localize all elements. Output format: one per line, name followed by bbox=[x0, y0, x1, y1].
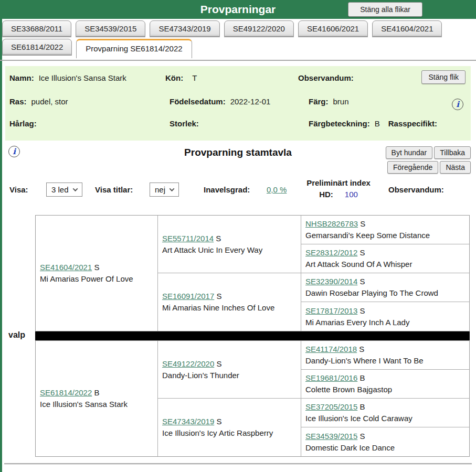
reg-link[interactable]: SE47343/2019 bbox=[162, 417, 214, 426]
reg-link[interactable]: SE17817/2013 bbox=[305, 306, 357, 315]
pedigree-cell: SE32390/2014 S Dawin Rosebar Playing To … bbox=[301, 273, 469, 302]
sex-code: B bbox=[359, 402, 365, 411]
foregaende-button[interactable]: Föregående bbox=[387, 161, 439, 174]
reg-link[interactable]: SE49122/2020 bbox=[162, 359, 214, 368]
kon-label: Kön: bbox=[165, 73, 183, 82]
sex-code: B bbox=[94, 388, 99, 397]
fodelsedatum-value: 2022-12-01 bbox=[230, 97, 271, 106]
tillbaka-button[interactable]: Tillbaka bbox=[434, 146, 471, 159]
storlek-label: Storlek: bbox=[170, 119, 199, 128]
pedigree-cell-sire: SE41604/2021 S Mi Amarias Power Of Love bbox=[36, 216, 157, 331]
observandum-label: Observandum: bbox=[298, 73, 354, 82]
visa-select[interactable]: 3 led bbox=[46, 183, 82, 197]
app-header: Provparningar Stäng alla flikar bbox=[0, 0, 476, 19]
field-ras: Ras: pudel, stor bbox=[9, 97, 68, 106]
sex-code: S bbox=[359, 248, 365, 257]
reg-link[interactable]: SE32390/2014 bbox=[305, 277, 357, 286]
reg-link[interactable]: SE16091/2017 bbox=[162, 292, 214, 301]
reg-link[interactable]: SE55711/2014 bbox=[162, 234, 214, 243]
visa-select-value: 3 led bbox=[51, 185, 69, 194]
sex-code: S bbox=[94, 263, 99, 272]
tab-se47343-2019[interactable]: SE47343/2019 bbox=[150, 20, 219, 37]
dog-name: Gemarsandi's Keep Some Distance bbox=[305, 230, 465, 241]
byt-hundar-button[interactable]: Byt hundar bbox=[386, 146, 433, 159]
valp-label: valp bbox=[8, 330, 25, 340]
field-fargbeteckning: Färgbeteckning: B Rasspecifikt: bbox=[309, 119, 437, 128]
dog-name: Domestic Dark Ice Dance bbox=[305, 442, 465, 454]
pedigree-cell: SE41174/2018 S Dandy-Lion's Where I Want… bbox=[301, 341, 469, 370]
kon-value: T bbox=[192, 73, 197, 82]
reg-link[interactable]: SE41604/2021 bbox=[40, 263, 92, 272]
field-namn: Namn: Ice Illusion's Sansa Stark bbox=[9, 73, 126, 82]
dog-name: Ice Illusion's Ice Cold Caraway bbox=[305, 413, 465, 424]
pedigree-cell: SE47343/2019 S Ice Illusion's Icy Artic … bbox=[157, 399, 301, 456]
visa-label: Visa: bbox=[9, 185, 28, 194]
stamtavla-buttons: Byt hundar Tillbaka Föregående Nästa bbox=[386, 146, 471, 174]
reg-link[interactable]: NHSB2826783 bbox=[305, 219, 358, 228]
close-all-tabs-button[interactable]: Stäng alla flikar bbox=[348, 2, 422, 17]
fodelsedatum-label: Födelsedatum: bbox=[170, 97, 226, 106]
sex-code: B bbox=[359, 373, 365, 382]
reg-link[interactable]: SE28312/2012 bbox=[305, 248, 357, 257]
pedigree-cell: SE34539/2015 S Domestic Dark Ice Dance bbox=[301, 427, 469, 456]
visa-titlar-select-value: nej bbox=[155, 185, 165, 194]
pedigree-cell: SE16091/2017 S Mi Amarias Nine Inches Of… bbox=[157, 273, 301, 331]
harlag-label: Hårlag: bbox=[9, 119, 37, 128]
preliminart-index-block: Preliminärt index HD: 100 bbox=[297, 177, 380, 200]
pedigree-table: SE41604/2021 S Mi Amarias Power Of Love … bbox=[35, 215, 470, 457]
sex-code: S bbox=[216, 234, 221, 243]
pedigree-cell: SE49122/2020 S Dandy-Lion's Thunder bbox=[157, 341, 301, 399]
tab-row-1: SE33688/2011 SE34539/2015 SE47343/2019 S… bbox=[2, 20, 442, 37]
nasta-button[interactable]: Nästa bbox=[440, 161, 471, 174]
tab-se41604-2021[interactable]: SE41604/2021 bbox=[372, 20, 442, 37]
info-icon[interactable]: i bbox=[452, 99, 463, 110]
dog-name: Dandy-Lion's Thunder bbox=[162, 370, 297, 381]
sex-code: S bbox=[216, 292, 221, 301]
reg-link[interactable]: SE41174/2018 bbox=[305, 345, 357, 353]
tab-se34539-2015[interactable]: SE34539/2015 bbox=[76, 20, 145, 37]
tab-provparning-active[interactable]: Provparning SE61814/2022 bbox=[76, 39, 192, 58]
close-tab-button[interactable]: Stäng flik bbox=[421, 70, 466, 84]
reg-link[interactable]: SE19681/2016 bbox=[305, 373, 357, 382]
field-kon: Kön: T bbox=[165, 73, 197, 82]
reg-link[interactable]: SE61814/2022 bbox=[40, 388, 92, 397]
controls-observandum-label: Observandum: bbox=[388, 185, 444, 194]
sex-code: S bbox=[360, 219, 365, 228]
dog-name: Mi Amarias Nine Inches Of Love bbox=[162, 302, 297, 314]
inavelsgrad-label: Inavelsgrad: bbox=[204, 185, 250, 194]
valp-divider-bar bbox=[35, 331, 470, 340]
reg-link[interactable]: SE34539/2015 bbox=[305, 432, 357, 441]
pedigree-cell: SE28312/2012 S Art Attack Sound Of A Whi… bbox=[301, 244, 469, 273]
farg-value: brun bbox=[333, 97, 349, 106]
dog-name: Dandy-Lion's Where I Want To Be bbox=[305, 355, 465, 367]
namn-value: Ice Illusion's Sansa Stark bbox=[39, 73, 126, 82]
pedigree-dam-half: SE61814/2022 B Ice Illusion's Sansa Star… bbox=[35, 340, 470, 457]
sex-code: S bbox=[359, 277, 365, 286]
pedigree-cell: NHSB2826783 S Gemarsandi's Keep Some Dis… bbox=[301, 216, 469, 244]
provparning-page: Provparningar Stäng alla flikar SE33688/… bbox=[0, 0, 476, 472]
pedigree-sire-half: SE41604/2021 S Mi Amarias Power Of Love … bbox=[35, 215, 470, 331]
farg-label: Färg: bbox=[309, 97, 329, 106]
tab-se49122-2020[interactable]: SE49122/2020 bbox=[224, 20, 294, 37]
tab-se61814-2022[interactable]: SE61814/2022 bbox=[2, 39, 72, 55]
dog-name: Dawin Rosebar Playing To The Crowd bbox=[305, 287, 465, 299]
chevron-down-icon bbox=[72, 186, 78, 191]
reg-link[interactable]: SE37205/2015 bbox=[305, 402, 357, 411]
tab-se41606-2021[interactable]: SE41606/2021 bbox=[298, 20, 368, 37]
dog-name: Mi Amarias Every Inch A Lady bbox=[305, 317, 465, 328]
inavelsgrad-link[interactable]: 0,0 % bbox=[267, 185, 287, 194]
sex-code: S bbox=[359, 306, 365, 315]
dog-info-panel: Namn: Ice Illusion's Sansa Stark Kön: T … bbox=[5, 66, 471, 141]
tab-se33688-2011[interactable]: SE33688/2011 bbox=[2, 20, 71, 37]
chevron-down-icon bbox=[170, 186, 175, 191]
hd-label: HD: bbox=[319, 189, 333, 200]
preliminart-index-label: Preliminärt index bbox=[297, 177, 380, 189]
field-fodelsedatum: Födelsedatum: 2022-12-01 bbox=[170, 97, 270, 106]
dog-name: Art Attack Unic In Every Way bbox=[162, 244, 297, 256]
pedigree-cell: SE37205/2015 B Ice Illusion's Ice Cold C… bbox=[301, 399, 469, 427]
left-green-stripe bbox=[0, 19, 2, 472]
namn-label: Namn: bbox=[9, 73, 34, 82]
dog-name: Art Attack Sound Of A Whisper bbox=[305, 259, 465, 270]
visa-titlar-label: Visa titlar: bbox=[95, 185, 133, 194]
visa-titlar-select[interactable]: nej bbox=[150, 183, 179, 197]
